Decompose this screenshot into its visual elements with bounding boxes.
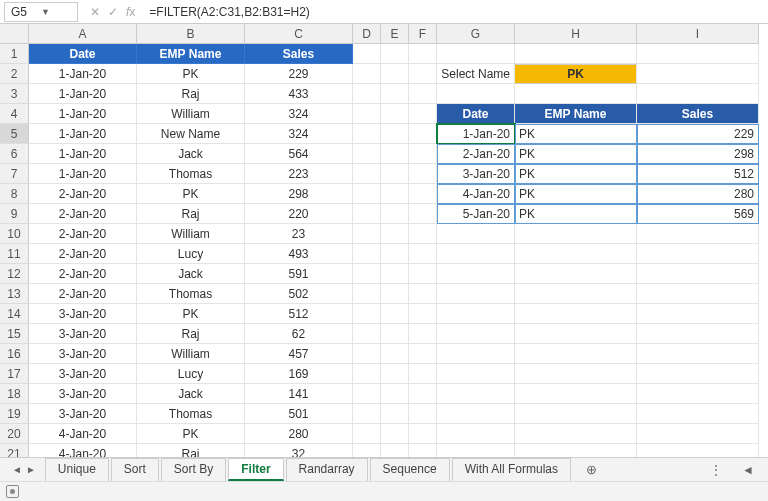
data-cell[interactable]: 457 bbox=[245, 344, 353, 364]
cell[interactable] bbox=[409, 164, 437, 184]
data-cell[interactable]: New Name bbox=[137, 124, 245, 144]
cell[interactable] bbox=[437, 324, 515, 344]
cell[interactable] bbox=[381, 404, 409, 424]
row-header[interactable]: 3 bbox=[0, 84, 29, 104]
filter-cell[interactable]: 298 bbox=[637, 144, 759, 164]
cell[interactable] bbox=[381, 284, 409, 304]
cell[interactable] bbox=[381, 84, 409, 104]
row-header[interactable]: 1 bbox=[0, 44, 29, 64]
select-all-corner[interactable] bbox=[0, 24, 29, 44]
tab-scroll-icon[interactable]: ◄ bbox=[732, 463, 764, 477]
cell[interactable] bbox=[515, 284, 637, 304]
cell[interactable] bbox=[381, 244, 409, 264]
data-cell[interactable]: 324 bbox=[245, 104, 353, 124]
cell[interactable] bbox=[381, 364, 409, 384]
cell[interactable] bbox=[637, 244, 759, 264]
data-cell[interactable]: William bbox=[137, 224, 245, 244]
data-cell[interactable]: William bbox=[137, 344, 245, 364]
col-header-G[interactable]: G bbox=[437, 24, 515, 44]
cell[interactable] bbox=[515, 424, 637, 444]
tab-options-icon[interactable]: ⋮ bbox=[700, 463, 732, 477]
cell[interactable] bbox=[409, 424, 437, 444]
cell[interactable] bbox=[353, 84, 381, 104]
filter-cell[interactable]: PK bbox=[515, 144, 637, 164]
tab-first-icon[interactable]: ◄ bbox=[12, 464, 22, 475]
row-header[interactable]: 11 bbox=[0, 244, 29, 264]
row-header[interactable]: 12 bbox=[0, 264, 29, 284]
filter-cell[interactable]: 569 bbox=[637, 204, 759, 224]
data-cell[interactable]: 2-Jan-20 bbox=[29, 224, 137, 244]
data-cell[interactable]: 512 bbox=[245, 304, 353, 324]
cell[interactable] bbox=[353, 284, 381, 304]
cell[interactable] bbox=[437, 304, 515, 324]
cell[interactable] bbox=[409, 344, 437, 364]
row-header[interactable]: 5 bbox=[0, 124, 29, 144]
row-header[interactable]: 19 bbox=[0, 404, 29, 424]
sheet-tab[interactable]: Sequence bbox=[370, 458, 450, 481]
cell[interactable] bbox=[409, 144, 437, 164]
cell[interactable] bbox=[353, 264, 381, 284]
data-cell[interactable]: 23 bbox=[245, 224, 353, 244]
main-header-sales[interactable]: Sales bbox=[245, 44, 353, 64]
data-cell[interactable]: 3-Jan-20 bbox=[29, 324, 137, 344]
cell[interactable] bbox=[353, 364, 381, 384]
cell[interactable] bbox=[353, 384, 381, 404]
cell[interactable] bbox=[437, 284, 515, 304]
cell[interactable] bbox=[637, 264, 759, 284]
cell[interactable] bbox=[409, 104, 437, 124]
cell[interactable] bbox=[381, 104, 409, 124]
data-cell[interactable]: PK bbox=[137, 304, 245, 324]
filter-cell[interactable]: PK bbox=[515, 124, 637, 144]
cell[interactable] bbox=[381, 324, 409, 344]
cell[interactable] bbox=[353, 204, 381, 224]
cell[interactable] bbox=[637, 84, 759, 104]
cell[interactable] bbox=[637, 44, 759, 64]
data-cell[interactable]: 433 bbox=[245, 84, 353, 104]
cell[interactable] bbox=[515, 344, 637, 364]
cell[interactable] bbox=[409, 324, 437, 344]
cell[interactable] bbox=[515, 404, 637, 424]
new-sheet-button[interactable]: ⊕ bbox=[580, 462, 603, 477]
cell[interactable] bbox=[409, 204, 437, 224]
cell[interactable] bbox=[353, 144, 381, 164]
data-cell[interactable]: 2-Jan-20 bbox=[29, 264, 137, 284]
filter-header-emp[interactable]: EMP Name bbox=[515, 104, 637, 124]
cell[interactable] bbox=[515, 324, 637, 344]
cell[interactable] bbox=[353, 324, 381, 344]
cell[interactable] bbox=[409, 64, 437, 84]
data-cell[interactable]: Jack bbox=[137, 384, 245, 404]
data-cell[interactable]: 223 bbox=[245, 164, 353, 184]
row-header[interactable]: 20 bbox=[0, 424, 29, 444]
cell[interactable] bbox=[381, 304, 409, 324]
cell[interactable] bbox=[437, 244, 515, 264]
cell[interactable] bbox=[437, 224, 515, 244]
col-header-A[interactable]: A bbox=[29, 24, 137, 44]
cell[interactable] bbox=[515, 384, 637, 404]
filter-cell[interactable]: PK bbox=[515, 164, 637, 184]
row-header[interactable]: 17 bbox=[0, 364, 29, 384]
row-header[interactable]: 16 bbox=[0, 344, 29, 364]
cell[interactable] bbox=[353, 164, 381, 184]
cell[interactable] bbox=[437, 84, 515, 104]
data-cell[interactable]: Raj bbox=[137, 84, 245, 104]
cell[interactable] bbox=[637, 424, 759, 444]
cell[interactable] bbox=[515, 304, 637, 324]
cell[interactable] bbox=[637, 324, 759, 344]
col-header-I[interactable]: I bbox=[637, 24, 759, 44]
cell[interactable] bbox=[381, 184, 409, 204]
data-cell[interactable]: 2-Jan-20 bbox=[29, 284, 137, 304]
data-cell[interactable]: 280 bbox=[245, 424, 353, 444]
cell-area[interactable]: DateEMP NameSales1-Jan-20PK229Select Nam… bbox=[29, 44, 759, 464]
fx-icon[interactable]: fx bbox=[126, 5, 135, 19]
cell[interactable] bbox=[409, 244, 437, 264]
data-cell[interactable]: 493 bbox=[245, 244, 353, 264]
data-cell[interactable]: PK bbox=[137, 64, 245, 84]
data-cell[interactable]: 3-Jan-20 bbox=[29, 344, 137, 364]
data-cell[interactable]: Jack bbox=[137, 264, 245, 284]
row-header[interactable]: 6 bbox=[0, 144, 29, 164]
cell[interactable] bbox=[637, 344, 759, 364]
cell[interactable] bbox=[381, 424, 409, 444]
data-cell[interactable]: 502 bbox=[245, 284, 353, 304]
filter-cell[interactable]: 5-Jan-20 bbox=[437, 204, 515, 224]
row-header[interactable]: 18 bbox=[0, 384, 29, 404]
